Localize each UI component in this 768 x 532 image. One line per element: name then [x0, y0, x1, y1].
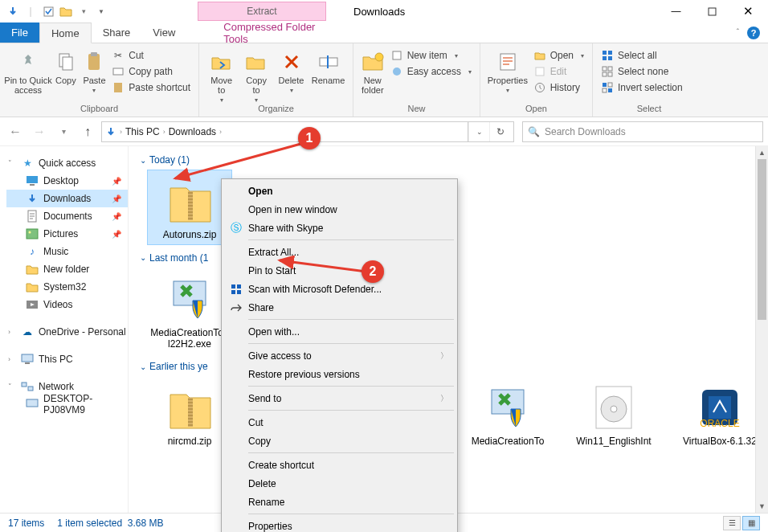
- breadcrumb-chevron-icon[interactable]: ›: [219, 128, 222, 136]
- easy-access-button[interactable]: Easy access▾: [389, 64, 473, 79]
- context-menu-create-shortcut[interactable]: Create shortcut: [224, 456, 455, 474]
- tab-compressed-tools[interactable]: Compressed Folder Tools: [212, 23, 341, 43]
- down-arrow-icon: [105, 126, 116, 137]
- properties-button[interactable]: Properties▾: [487, 47, 529, 94]
- invert-selection-icon: [601, 81, 614, 94]
- context-menu-give-access-to[interactable]: Give access to〉: [224, 346, 455, 365]
- breadcrumb-chevron-icon[interactable]: ›: [163, 128, 165, 136]
- breadcrumb-downloads[interactable]: Downloads: [169, 126, 216, 137]
- close-button[interactable]: ✕: [730, 0, 766, 23]
- paste-button[interactable]: Paste▾: [82, 47, 108, 94]
- down-arrow-icon[interactable]: [5, 3, 21, 19]
- copy-button[interactable]: Copy: [53, 47, 79, 85]
- search-box[interactable]: 🔍 Search Downloads: [522, 121, 763, 142]
- paste-shortcut-button[interactable]: Paste shortcut: [110, 80, 192, 95]
- delete-button[interactable]: Delete▾: [276, 47, 307, 94]
- tab-file[interactable]: File: [0, 23, 39, 43]
- sidebar-item-system32[interactable]: System32: [6, 278, 128, 296]
- address-dropdown-button[interactable]: ⌄: [468, 122, 489, 141]
- breadcrumb-this-pc[interactable]: This PC: [125, 126, 160, 137]
- large-icons-view-button[interactable]: ▦: [742, 516, 760, 530]
- sidebar-quick-access[interactable]: ˅★Quick access: [6, 154, 128, 172]
- tab-home[interactable]: Home: [39, 23, 92, 43]
- group-today[interactable]: ⌄Today (1): [140, 154, 768, 166]
- svg-rect-21: [608, 67, 612, 71]
- history-button[interactable]: History: [532, 80, 586, 95]
- svg-rect-1: [709, 8, 716, 15]
- sidebar-item-downloads[interactable]: Downloads📌: [6, 190, 128, 207]
- sidebar-item-music[interactable]: ♪Music: [6, 243, 128, 260]
- pin-to-quick-access-button[interactable]: Pin to Quick access: [6, 47, 50, 95]
- edit-button[interactable]: Edit: [532, 64, 586, 79]
- scrollbar[interactable]: ▲ ▼: [755, 146, 768, 513]
- copy-path-button[interactable]: Copy path: [110, 64, 192, 79]
- tab-view[interactable]: View: [141, 23, 186, 43]
- context-menu-open-in-new-window[interactable]: Open in new window: [224, 200, 455, 219]
- file-item[interactable]: Autoruns.zip: [148, 170, 231, 244]
- context-menu-rename[interactable]: Rename: [224, 493, 455, 511]
- qat-checkbox-icon[interactable]: [40, 3, 56, 19]
- sidebar-item-videos[interactable]: Videos: [6, 296, 128, 313]
- sidebar-item-documents[interactable]: Documents📌: [6, 207, 128, 225]
- sidebar-item-pictures[interactable]: Pictures📌: [6, 225, 128, 243]
- help-icon[interactable]: ?: [747, 27, 760, 39]
- sidebar-this-pc[interactable]: ›This PC: [6, 350, 128, 368]
- refresh-button[interactable]: ↻: [489, 122, 510, 141]
- context-menu-scan-with-microsoft-defender[interactable]: Scan with Microsoft Defender...: [224, 280, 455, 298]
- minimize-button[interactable]: —: [658, 0, 694, 23]
- file-item[interactable]: MediaCreationTool22H2.exe: [148, 268, 231, 354]
- folder-icon[interactable]: [58, 3, 74, 19]
- breadcrumb-chevron-icon[interactable]: ›: [120, 128, 122, 136]
- new-folder-button[interactable]: New folder: [360, 47, 386, 95]
- svg-point-32: [29, 231, 31, 234]
- qat-dropdown-icon[interactable]: ▾: [76, 3, 92, 19]
- select-all-button[interactable]: Select all: [599, 48, 684, 63]
- rename-button[interactable]: Rename: [310, 47, 346, 85]
- new-item-button[interactable]: New item▾: [389, 48, 473, 63]
- sidebar-network-computer[interactable]: DESKTOP-PJ08VM9: [6, 395, 128, 413]
- paste-shortcut-icon: [112, 81, 125, 94]
- context-menu-copy[interactable]: Copy: [224, 432, 455, 450]
- svg-text:ORACLE: ORACLE: [700, 418, 739, 429]
- scroll-thumb[interactable]: [758, 159, 766, 320]
- context-menu-cut[interactable]: Cut: [224, 413, 455, 432]
- context-menu-pin-to-start[interactable]: Pin to Start: [224, 261, 455, 280]
- group-label-select: Select: [599, 104, 699, 115]
- context-menu-open[interactable]: Open: [224, 182, 455, 200]
- sidebar-item-desktop[interactable]: Desktop📌: [6, 172, 128, 190]
- move-to-button[interactable]: Move to▾: [206, 47, 237, 104]
- context-menu-share[interactable]: Share: [224, 298, 455, 317]
- recent-locations-button[interactable]: ▾: [53, 121, 74, 142]
- context-menu-restore-previous-versions[interactable]: Restore previous versions: [224, 365, 455, 383]
- cut-button[interactable]: ✂Cut: [110, 48, 192, 63]
- file-name: nircmd.zip: [168, 436, 212, 448]
- ribbon-collapse-icon[interactable]: ˆ: [737, 28, 739, 37]
- open-button[interactable]: Open▾: [532, 48, 586, 63]
- context-menu-extract-all[interactable]: Extract All...: [224, 243, 455, 261]
- context-menu-share-with-skype[interactable]: ⓈShare with Skype: [224, 219, 455, 237]
- scroll-down-icon[interactable]: ▼: [756, 500, 768, 513]
- context-menu-separator: [248, 410, 454, 411]
- context-menu-properties[interactable]: Properties: [224, 517, 455, 532]
- scroll-up-icon[interactable]: ▲: [756, 146, 768, 159]
- context-menu-open-with[interactable]: Open with...: [224, 322, 455, 341]
- up-button[interactable]: ↑: [77, 121, 98, 142]
- file-item[interactable]: nircmd.zip: [148, 377, 231, 451]
- sidebar-onedrive[interactable]: ›☁OneDrive - Personal: [6, 323, 128, 341]
- svg-rect-79: [237, 284, 241, 289]
- forward-button[interactable]: →: [29, 121, 50, 142]
- maximize-button[interactable]: [694, 0, 730, 23]
- file-item[interactable]: Win11_EnglishInt: [572, 377, 656, 451]
- file-item[interactable]: ORACLEVirtualBox-6.1.32: [678, 377, 762, 451]
- file-item[interactable]: MediaCreationTo: [466, 377, 549, 451]
- invert-selection-button[interactable]: Invert selection: [599, 80, 684, 95]
- back-button[interactable]: ←: [5, 121, 26, 142]
- qat-overflow-icon[interactable]: ▼: [93, 3, 109, 19]
- tab-share[interactable]: Share: [92, 23, 142, 43]
- details-view-button[interactable]: ☰: [723, 516, 741, 530]
- context-menu-delete[interactable]: Delete: [224, 474, 455, 493]
- sidebar-item-new-folder[interactable]: New folder: [6, 260, 128, 278]
- copy-to-button[interactable]: Copy to▾: [240, 47, 272, 104]
- context-menu-send-to[interactable]: Send to〉: [224, 389, 455, 407]
- select-none-button[interactable]: Select none: [599, 64, 684, 79]
